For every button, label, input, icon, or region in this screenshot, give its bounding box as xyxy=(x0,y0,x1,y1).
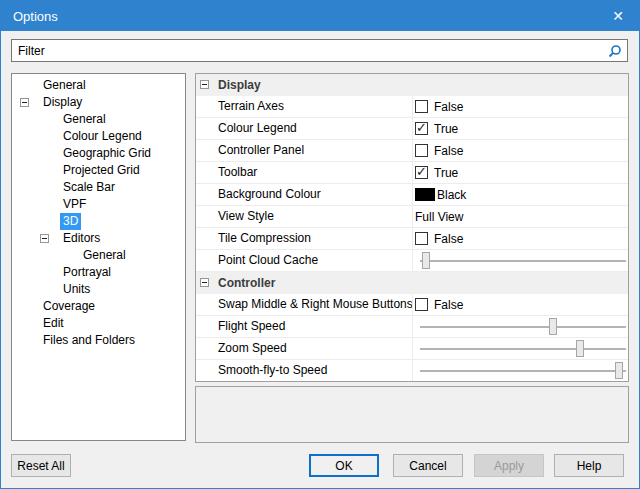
tree-item-files-and-folders[interactable]: Files and Folders xyxy=(12,332,185,349)
slider[interactable] xyxy=(420,362,626,380)
text-value[interactable]: Full View xyxy=(415,210,463,224)
property-row-smooth-fly-to-speed[interactable]: Smooth-fly-to Speed xyxy=(196,360,628,382)
apply-button: Apply xyxy=(474,454,544,477)
bool-value-text: True xyxy=(434,122,458,136)
property-value: False xyxy=(413,140,628,162)
tree-item-general[interactable]: General xyxy=(12,77,185,94)
tree-item-label: Editors xyxy=(60,230,103,247)
tree-item-label: Units xyxy=(60,281,93,298)
property-row-colour-legend[interactable]: Colour LegendTrue xyxy=(196,118,628,140)
property-row-toolbar[interactable]: ToolbarTrue xyxy=(196,162,628,184)
property-row-tile-compression[interactable]: Tile CompressionFalse xyxy=(196,228,628,250)
tree-item-edit[interactable]: Edit xyxy=(12,315,185,332)
property-value: Full View xyxy=(413,206,628,228)
property-label: Zoom Speed xyxy=(196,338,413,360)
property-label: Swap Middle & Right Mouse Buttons xyxy=(196,294,413,316)
bool-value-text: True xyxy=(434,166,458,180)
property-label: Colour Legend xyxy=(196,118,413,140)
tree-item-colour-legend[interactable]: Colour Legend xyxy=(12,128,185,145)
slider-track[interactable] xyxy=(420,260,626,262)
property-row-zoom-speed[interactable]: Zoom Speed xyxy=(196,338,628,360)
close-icon[interactable]: ✕ xyxy=(597,1,639,31)
tree-item-units[interactable]: Units xyxy=(12,281,185,298)
reset-all-button[interactable]: Reset All xyxy=(11,454,71,477)
slider-thumb[interactable] xyxy=(576,340,584,357)
tree-item-label: Projected Grid xyxy=(60,162,143,179)
tree-item-general[interactable]: General xyxy=(12,247,185,264)
description-panel xyxy=(195,386,629,443)
slider[interactable] xyxy=(420,252,626,270)
tree-item-label: Files and Folders xyxy=(40,332,138,349)
slider-thumb[interactable] xyxy=(422,252,430,269)
tree-item-editors[interactable]: Editors xyxy=(12,230,185,247)
section-display: Display xyxy=(196,74,628,96)
color-value-text: Black xyxy=(437,188,466,202)
property-label: Controller Panel xyxy=(196,140,413,162)
checkbox-unchecked-icon[interactable] xyxy=(415,100,428,113)
slider-thumb[interactable] xyxy=(615,362,623,379)
section-label: Controller xyxy=(218,276,275,290)
property-value: False xyxy=(413,294,628,316)
property-row-flight-speed[interactable]: Flight Speed xyxy=(196,316,628,338)
options-dialog: Options ✕ GeneralDisplayGeneralColour Le… xyxy=(0,0,640,489)
property-row-view-style[interactable]: View StyleFull View xyxy=(196,206,628,228)
slider[interactable] xyxy=(420,318,626,336)
checkbox-checked-icon[interactable] xyxy=(415,122,428,135)
tree-item-portrayal[interactable]: Portrayal xyxy=(12,264,185,281)
section-collapse-icon[interactable] xyxy=(200,278,209,287)
tree-item-coverage[interactable]: Coverage xyxy=(12,298,185,315)
property-label: View Style xyxy=(196,206,413,228)
tree-item-general[interactable]: General xyxy=(12,111,185,128)
slider-track[interactable] xyxy=(420,348,626,350)
help-button[interactable]: Help xyxy=(554,454,624,477)
property-row-background-colour[interactable]: Background ColourBlack xyxy=(196,184,628,206)
section-label: Display xyxy=(218,78,261,92)
bool-value-text: False xyxy=(434,144,463,158)
search-icon[interactable] xyxy=(605,41,625,61)
tree-item-3d[interactable]: 3D xyxy=(12,213,185,230)
property-label: Flight Speed xyxy=(196,316,413,338)
window-title: Options xyxy=(13,9,58,24)
tree-collapse-icon[interactable] xyxy=(40,234,49,243)
color-swatch[interactable] xyxy=(415,188,435,201)
property-row-terrain-axes[interactable]: Terrain AxesFalse xyxy=(196,96,628,118)
tree-collapse-icon[interactable] xyxy=(20,98,29,107)
slider-thumb[interactable] xyxy=(549,318,557,335)
slider-track[interactable] xyxy=(420,370,626,372)
slider[interactable] xyxy=(420,340,626,358)
checkbox-checked-icon[interactable] xyxy=(415,166,428,179)
filter-input[interactable] xyxy=(12,44,605,58)
tree-item-geographic-grid[interactable]: Geographic Grid xyxy=(12,145,185,162)
property-row-point-cloud-cache[interactable]: Point Cloud Cache xyxy=(196,250,628,272)
tree-item-label: Display xyxy=(40,94,85,111)
tree-item-label: Colour Legend xyxy=(60,128,145,145)
slider-track[interactable] xyxy=(420,326,626,328)
tree-item-label: General xyxy=(60,111,109,128)
cancel-button[interactable]: Cancel xyxy=(393,454,463,477)
property-value xyxy=(413,360,628,382)
property-value: Black xyxy=(413,184,628,206)
tree-item-vpf[interactable]: VPF xyxy=(12,196,185,213)
ok-button[interactable]: OK xyxy=(309,454,379,477)
property-label: Point Cloud Cache xyxy=(196,250,413,272)
checkbox-unchecked-icon[interactable] xyxy=(415,144,428,157)
property-value: False xyxy=(413,228,628,250)
bool-value-text: False xyxy=(434,232,463,246)
property-value: False xyxy=(413,96,628,118)
tree-item-scale-bar[interactable]: Scale Bar xyxy=(12,179,185,196)
tree-item-projected-grid[interactable]: Projected Grid xyxy=(12,162,185,179)
tree-item-display[interactable]: Display xyxy=(12,94,185,111)
property-row-controller-panel[interactable]: Controller PanelFalse xyxy=(196,140,628,162)
tree-item-label: Edit xyxy=(40,315,67,332)
property-value xyxy=(413,316,628,338)
property-label: Smooth-fly-to Speed xyxy=(196,360,413,382)
checkbox-unchecked-icon[interactable] xyxy=(415,232,428,245)
tree-item-label: General xyxy=(80,247,129,264)
tree-item-label: Geographic Grid xyxy=(60,145,154,162)
section-collapse-icon[interactable] xyxy=(200,80,209,89)
property-row-swap-middle-right-mouse-buttons[interactable]: Swap Middle & Right Mouse ButtonsFalse xyxy=(196,294,628,316)
tree-item-label: 3D xyxy=(60,213,81,230)
property-label: Tile Compression xyxy=(196,228,413,250)
property-value: True xyxy=(413,118,628,140)
checkbox-unchecked-icon[interactable] xyxy=(415,298,428,311)
